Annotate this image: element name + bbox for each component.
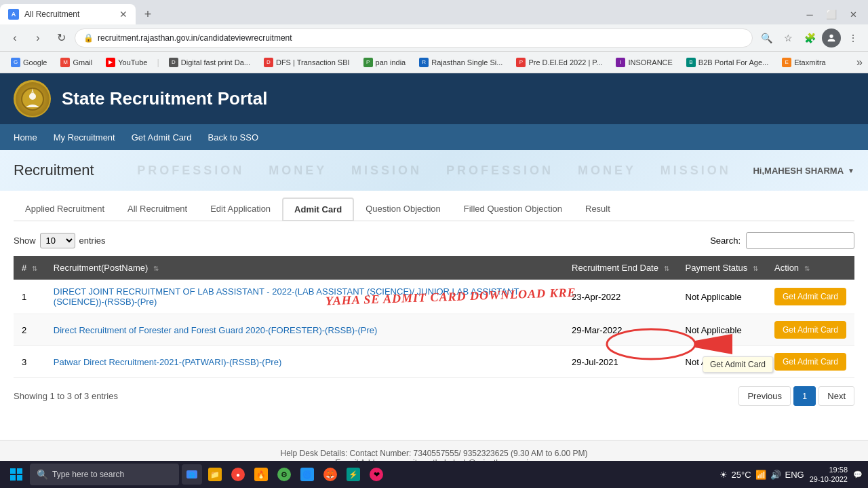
nav-get-admit-card[interactable]: Get Admit Card [132, 127, 192, 148]
nav-back-to-sso[interactable]: Back to SSO [208, 127, 258, 148]
sort-icon-payment: ⇅ [753, 265, 758, 272]
taskbar-icon-5[interactable]: ⚙ [274, 464, 294, 485]
maximize-btn[interactable]: ⬜ [822, 5, 841, 24]
bookmark-google[interactable]: G Google [5, 55, 52, 70]
bookmark-pre[interactable]: P Pre D.El.Ed 2022 | P... [511, 55, 608, 70]
col-action[interactable]: Action ⇅ [766, 256, 854, 280]
forward-btn[interactable]: › [28, 29, 47, 48]
bookmark-dfs-label: DFS | Transaction SBI [276, 58, 350, 67]
page-title: Recruitment [14, 162, 94, 179]
tab-edit-application[interactable]: Edit Application [199, 198, 282, 221]
svg-point-1 [29, 93, 36, 100]
taskbar-icon-3[interactable]: ● [228, 464, 248, 485]
pagination: Showing 1 to 3 of 3 entries Previous 1 N… [14, 386, 854, 406]
minimize-btn[interactable]: ─ [800, 5, 819, 24]
taskbar-icon-9[interactable]: ❤ [366, 464, 387, 485]
bookmark-pan[interactable]: P pan india [358, 55, 412, 70]
tab-title: All Recruitment [24, 10, 79, 19]
row2-name: Direct Recruitment of Forester and Fores… [45, 314, 564, 346]
taskbar-icon-7[interactable]: 🦊 [320, 464, 340, 485]
tab-result[interactable]: Result [574, 198, 622, 221]
taskbar-search[interactable]: 🔍 Type here to search [30, 464, 179, 485]
taskbar: 🔍 Type here to search 🌐 📁 ● 🔥 ⚙ 🌀 🦊 ⚡ ❤ [0, 461, 868, 488]
nav-my-recruitment[interactable]: My Recruitment [54, 127, 115, 148]
back-btn[interactable]: ‹ [5, 29, 24, 48]
bookmark-etx[interactable]: E Etaxmitra [776, 55, 831, 70]
url-text: recruitment.rajasthan.gov.in/candidatevi… [98, 33, 744, 43]
bookmark-gmail[interactable]: M Gmail [55, 55, 98, 70]
row1-admit-btn[interactable]: Get Admit Card [774, 288, 846, 305]
bookmark-b2b[interactable]: B B2B Portal For Age... [681, 55, 774, 70]
portal-header: State Recruitment Portal [0, 73, 868, 124]
col-num[interactable]: # ⇅ [14, 256, 45, 280]
time-value: 19:58 [810, 465, 848, 474]
browser-tab[interactable]: A All Recruitment ✕ [0, 4, 136, 24]
tab-close-btn[interactable]: ✕ [119, 9, 127, 20]
svg-text:🌐: 🌐 [189, 472, 195, 478]
more-btn[interactable]: ⋮ [844, 29, 863, 48]
row1-link[interactable]: DIRECT JOINT RECRUITMENT OF LAB ASSISTAN… [54, 286, 519, 307]
tab-question-objection[interactable]: Question Objection [354, 198, 452, 221]
taskbar-icon-1[interactable]: 🌐 [182, 464, 202, 485]
extensions-btn[interactable]: 🧩 [800, 29, 819, 48]
bookmark-rj-label: Rajasthan Single Si... [431, 58, 502, 67]
portal-logo-inner [16, 82, 50, 116]
notification-icon[interactable]: 💬 [853, 470, 863, 479]
gmail-icon: M [60, 58, 70, 67]
tab-filled-question-objection[interactable]: Filled Question Objection [452, 198, 574, 221]
bookmark-dfs[interactable]: D DFS | Transaction SBI [258, 55, 355, 70]
sort-icon-name: ⇅ [153, 265, 159, 272]
user-info[interactable]: Hi,MAHESH SHARMA ▼ [753, 166, 854, 176]
bookmark-digital-label: Digital fast print Da... [181, 58, 250, 67]
row2-payment: Not Applicable [677, 314, 766, 346]
entries-select[interactable]: 10 25 50 100 [40, 233, 75, 248]
new-tab-btn[interactable]: + [138, 5, 157, 24]
footer-helpdesk: Help Desk Details: Contact Number: 73405… [14, 449, 854, 458]
row1-num: 1 [14, 280, 45, 314]
row2-admit-btn[interactable]: Get Admit Card [774, 321, 846, 339]
pan-icon: P [363, 58, 373, 67]
row3-num: 3 [14, 346, 45, 378]
reload-btn[interactable]: ↻ [52, 29, 71, 48]
bookmark-ins[interactable]: I INSORANCE [610, 55, 677, 70]
next-btn[interactable]: Next [818, 386, 854, 406]
tab-applied-recruitment[interactable]: Applied Recruitment [14, 198, 116, 221]
tab-admit-card[interactable]: Admit Card [282, 198, 354, 221]
tab-all-recruitment[interactable]: All Recruitment [116, 198, 199, 221]
user-dropdown-arrow: ▼ [848, 167, 854, 174]
taskbar-icon-4[interactable]: 🔥 [251, 464, 271, 485]
bookmark-youtube[interactable]: ▶ YouTube [100, 55, 153, 70]
nav-home[interactable]: Home [14, 127, 37, 148]
col-payment-status[interactable]: Payment Status ⇅ [677, 256, 766, 280]
taskbar-icon-8[interactable]: ⚡ [343, 464, 363, 485]
bookmarks-more-btn[interactable]: » [856, 56, 863, 69]
bookmark-gmail-label: Gmail [73, 58, 92, 67]
taskbar-icon-6[interactable]: 🌀 [297, 464, 317, 485]
tabs: Applied Recruitment All Recruitment Edit… [14, 198, 854, 221]
row3-link[interactable]: Patwar Direct Recruitment-2021-(PATWARI)… [54, 357, 281, 367]
page-1-btn[interactable]: 1 [793, 386, 816, 406]
row2-link[interactable]: Direct Recruitment of Forester and Fores… [54, 325, 378, 335]
prev-btn[interactable]: Previous [738, 386, 791, 406]
start-btn[interactable] [5, 464, 27, 485]
taskbar-sys-icons: ☀ 25°C 📶 🔊 ENG [719, 470, 804, 480]
search-btn[interactable]: 🔍 [757, 29, 776, 48]
row2-date: 29-Mar-2022 [564, 314, 677, 346]
bookmark-rj[interactable]: R Rajasthan Single Si... [414, 55, 508, 70]
search-input[interactable] [746, 232, 854, 249]
bookmark-digital[interactable]: D Digital fast print Da... [163, 55, 256, 70]
col-post-name[interactable]: Recruitment(PostName) ⇅ [45, 256, 564, 280]
show-label: Show [14, 236, 36, 246]
close-btn[interactable]: ✕ [844, 5, 863, 24]
row3-admit-btn[interactable]: Get Admit Card [774, 353, 846, 371]
taskbar-icon-2[interactable]: 📁 [205, 464, 225, 485]
bookmark-btn[interactable]: ☆ [778, 29, 797, 48]
row2-action: Get Admit Card [766, 314, 854, 346]
taskbar-right: ☀ 25°C 📶 🔊 ENG 19:58 29-10-2022 💬 [719, 465, 863, 485]
col-end-date[interactable]: Recruitment End Date ⇅ [564, 256, 677, 280]
url-box[interactable]: 🔒 recruitment.rajasthan.gov.in/candidate… [75, 29, 753, 48]
lang-label: ENG [785, 470, 804, 480]
bookmark-pan-label: pan india [376, 58, 406, 67]
incognito-btn[interactable] [822, 29, 841, 48]
content-area: Applied Recruitment All Recruitment Edit… [0, 191, 868, 413]
